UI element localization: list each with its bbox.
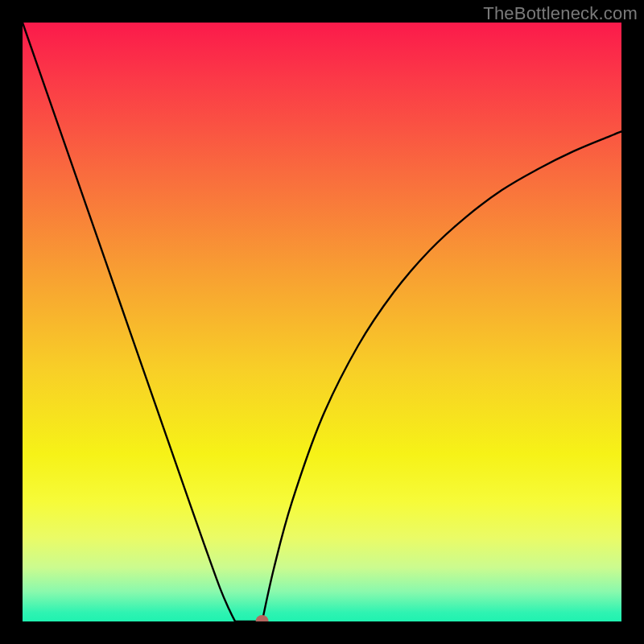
curve-layer	[23, 23, 621, 621]
chart-frame: TheBottleneck.com	[0, 0, 644, 644]
curve-left-branch	[23, 23, 235, 621]
plot-area	[23, 23, 621, 621]
curve-right-branch	[262, 131, 621, 621]
watermark-text: TheBottleneck.com	[483, 3, 638, 24]
minimum-marker	[256, 615, 269, 621]
